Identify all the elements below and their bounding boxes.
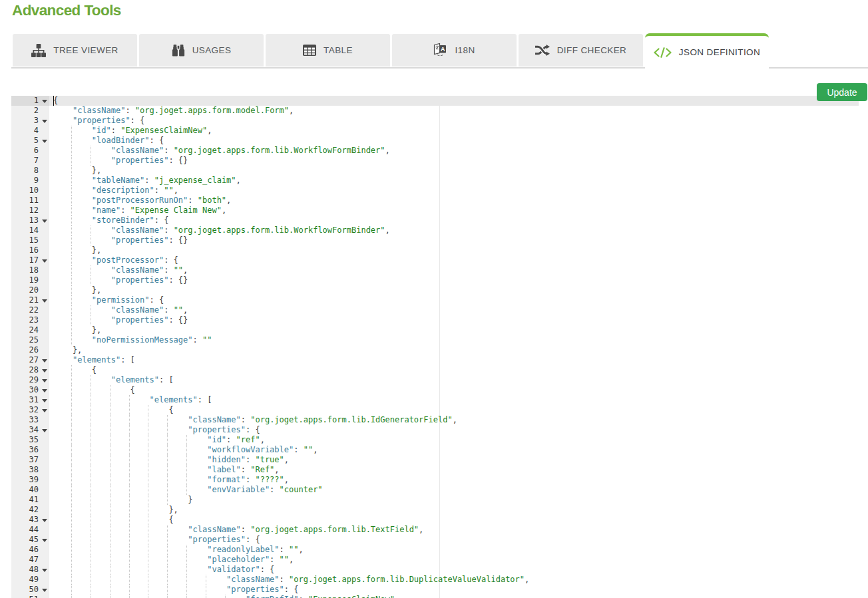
fold-arrow-icon[interactable] [42, 220, 47, 223]
code-line[interactable]: "hidden": "true", [49, 455, 859, 465]
line-number[interactable]: 19 [29, 275, 39, 285]
fold-arrow-icon[interactable] [42, 409, 47, 412]
line-number[interactable]: 22 [29, 305, 39, 315]
code-line[interactable]: "className": "", [49, 265, 859, 275]
code-line[interactable]: "permission": { [49, 295, 859, 305]
line-number[interactable]: 37 [29, 455, 39, 464]
line-number[interactable]: 1 [34, 96, 39, 105]
code-line[interactable]: "elements": [ [49, 395, 859, 405]
code-line[interactable]: "className": "org.joget.apps.form.model.… [49, 106, 859, 116]
code-line[interactable]: }, [49, 245, 859, 255]
fold-arrow-icon[interactable] [42, 359, 47, 363]
line-number[interactable]: 26 [29, 345, 39, 355]
code-line[interactable]: "className": "org.joget.apps.form.lib.Te… [49, 525, 859, 535]
line-number[interactable]: 32 [29, 405, 39, 414]
line-number[interactable]: 16 [29, 245, 39, 255]
update-button[interactable]: Update [817, 83, 867, 101]
line-number[interactable]: 50 [29, 585, 39, 594]
code-line[interactable]: "className": "", [49, 305, 859, 315]
code-line[interactable]: "properties": {} [49, 315, 859, 325]
line-number[interactable]: 17 [29, 255, 39, 265]
code-line[interactable]: }, [49, 345, 859, 355]
code-line[interactable]: "envVariable": "counter" [49, 485, 859, 495]
tab-table[interactable]: TABLE [266, 34, 390, 67]
fold-arrow-icon[interactable] [42, 299, 47, 303]
tab-diff-checker[interactable]: DIFF CHECKER [519, 34, 643, 67]
line-number[interactable]: 15 [29, 235, 39, 245]
code-line[interactable]: "format": "????", [49, 475, 859, 485]
line-number[interactable]: 14 [29, 225, 39, 235]
code-line[interactable]: "className": "org.joget.apps.form.lib.Id… [49, 415, 859, 425]
fold-arrow-icon[interactable] [42, 399, 47, 402]
code-line[interactable]: "id": "ExpensesClaimNew", [49, 126, 859, 136]
code-line[interactable]: "storeBinder": { [49, 216, 859, 225]
code-line[interactable]: "properties": { [49, 425, 859, 435]
line-number[interactable]: 5 [34, 136, 39, 145]
line-number[interactable]: 27 [29, 355, 39, 365]
tab-tree-viewer[interactable]: TREE VIEWER [13, 34, 137, 67]
line-number[interactable]: 45 [29, 535, 39, 544]
line-number[interactable]: 29 [29, 375, 39, 384]
code-line[interactable]: "properties": {} [49, 275, 859, 285]
line-number[interactable]: 24 [29, 325, 39, 335]
code-line[interactable]: { [49, 365, 859, 375]
code-line[interactable]: "name": "Expense Claim New", [49, 206, 859, 216]
line-number[interactable]: 43 [29, 515, 39, 524]
line-number[interactable]: 42 [29, 505, 39, 514]
line-number[interactable]: 31 [29, 395, 39, 404]
fold-arrow-icon[interactable] [42, 379, 47, 382]
fold-arrow-icon[interactable] [42, 369, 47, 373]
line-number[interactable]: 23 [29, 315, 39, 325]
line-number[interactable]: 12 [29, 206, 39, 215]
line-number[interactable]: 30 [29, 385, 39, 394]
line-number[interactable]: 33 [29, 415, 39, 424]
code-line[interactable]: "readonlyLabel": "", [49, 545, 859, 555]
line-number[interactable]: 28 [29, 365, 39, 374]
code-line[interactable]: "id": "ref", [49, 435, 859, 445]
fold-arrow-icon[interactable] [42, 539, 47, 542]
line-number[interactable]: 46 [29, 545, 39, 554]
code-line[interactable]: "className": "org.joget.apps.form.lib.Du… [49, 575, 859, 585]
line-number[interactable]: 8 [34, 166, 39, 175]
line-number[interactable]: 35 [29, 435, 39, 444]
line-number[interactable]: 51 [29, 595, 39, 598]
code-line[interactable]: "elements": [ [49, 375, 859, 385]
code-line[interactable]: { [49, 515, 859, 525]
code-line[interactable]: { [49, 96, 859, 106]
line-number[interactable]: 11 [29, 196, 39, 205]
code-line[interactable]: "properties": {} [49, 156, 859, 166]
fold-arrow-icon[interactable] [42, 120, 47, 123]
code-line[interactable]: "tableName": "j_expense_claim", [49, 176, 859, 186]
line-number[interactable]: 48 [29, 565, 39, 574]
code-line[interactable]: "noPermissionMessage": "" [49, 335, 859, 345]
code-line[interactable]: "postProcessor": { [49, 255, 859, 265]
fold-arrow-icon[interactable] [42, 389, 47, 392]
tab-usages[interactable]: USAGES [139, 34, 264, 67]
fold-arrow-icon[interactable] [42, 259, 47, 263]
code-line[interactable]: "validator": { [49, 565, 859, 575]
line-number[interactable]: 36 [29, 445, 39, 454]
fold-arrow-icon[interactable] [42, 589, 47, 592]
line-number[interactable]: 34 [29, 425, 39, 434]
code-line[interactable]: "label": "Ref", [49, 465, 859, 475]
line-number[interactable]: 3 [34, 116, 39, 125]
fold-arrow-icon[interactable] [42, 429, 47, 432]
line-number[interactable]: 38 [29, 465, 39, 474]
code-line[interactable]: "properties": { [49, 585, 859, 595]
code-line[interactable]: "elements": [ [49, 355, 859, 365]
line-number[interactable]: 10 [29, 186, 39, 195]
code-line[interactable]: "properties": {} [49, 235, 859, 245]
code-line[interactable]: { [49, 405, 859, 415]
editor-code-area[interactable]: { "className": "org.joget.apps.form.mode… [49, 96, 859, 598]
line-number[interactable]: 40 [29, 485, 39, 494]
fold-arrow-icon[interactable] [42, 569, 47, 572]
code-line[interactable]: }, [49, 505, 859, 515]
line-number[interactable]: 21 [29, 295, 39, 305]
line-number[interactable]: 41 [29, 495, 39, 504]
code-line[interactable]: "loadBinder": { [49, 136, 859, 146]
code-line[interactable]: "description": "", [49, 186, 859, 196]
line-number[interactable]: 44 [29, 525, 39, 534]
line-number[interactable]: 4 [34, 126, 39, 135]
code-line[interactable]: }, [49, 166, 859, 176]
code-line[interactable]: "workflowVariable": "", [49, 445, 859, 455]
